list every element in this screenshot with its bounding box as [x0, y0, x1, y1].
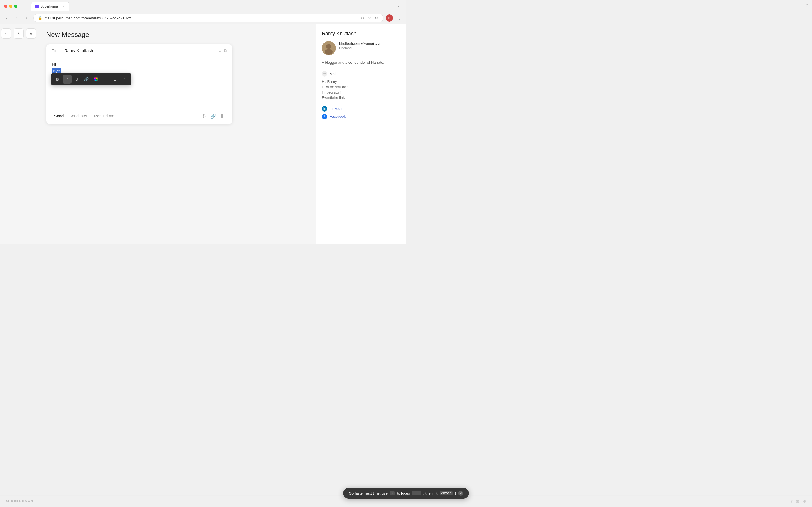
reload-button[interactable]: ↻ [23, 14, 31, 22]
linkedin-link[interactable]: LinkedIn [329, 107, 343, 111]
sidebar-up-button[interactable]: ∧ [13, 29, 24, 39]
link-button[interactable]: 🔗 [82, 75, 91, 83]
address-bar[interactable]: 🔒 mail.superhuman.com/thread/draft004757… [33, 14, 384, 22]
compose-card: To Ramy Khuffash ⌄ ⧉ Hi Bye B I U [46, 44, 232, 124]
linkedin-icon: in [322, 106, 327, 112]
tab-title: Superhuman [40, 4, 60, 8]
compose-to-actions: ⌄ ⧉ [218, 48, 227, 53]
contact-bio: A blogger and a co-founder of Narrato. [322, 60, 400, 65]
right-panel: ⊙ Ramy Khuffash khuffash.ramy@gmail.com … [316, 24, 406, 244]
mail-section-icon: ✉ [322, 71, 327, 76]
facebook-link[interactable]: Facebook [329, 114, 346, 119]
attach-link-button[interactable]: 🔗 [209, 112, 218, 121]
page-title: New Message [46, 31, 307, 39]
contact-name: Ramy Khuffash [322, 31, 400, 37]
send-later-button[interactable]: Send later [66, 113, 91, 119]
contact-email: khuffash.ramy@gmail.com [339, 41, 400, 45]
contact-location: England [339, 46, 400, 50]
sidebar-back-button[interactable]: ← [1, 29, 11, 39]
quote-button[interactable]: " [120, 75, 129, 83]
color-button[interactable] [91, 75, 100, 83]
mail-thread-list: Hi, Ramy How do you do? ffmpeg stuff Eve… [322, 79, 400, 100]
tab-close-button[interactable]: ✕ [61, 4, 65, 8]
delete-draft-button[interactable]: 🗑 [218, 112, 227, 121]
sidebar-nav: ← ∧ ∨ [1, 29, 36, 39]
underline-button[interactable]: U [72, 75, 81, 83]
mail-thread-item[interactable]: Eventbrite link [322, 95, 400, 100]
compose-hi-text: Hi [52, 62, 227, 66]
down-arrow-icon: ∨ [30, 31, 33, 36]
browser-chrome: S Superhuman ✕ + ⋮ ‹ › ↻ 🔒 mail.superhum… [0, 0, 406, 24]
address-bar-row: ‹ › ↻ 🔒 mail.superhuman.com/thread/draft… [0, 12, 406, 24]
template-button[interactable]: {} [200, 112, 209, 121]
copy-recipient-icon[interactable]: ⧉ [224, 48, 227, 53]
mail-section-header: ✉ Mail [322, 71, 400, 76]
ordered-list-icon: ≡ [104, 77, 107, 81]
compose-body[interactable]: Hi Bye B I U 🔗 ≡ [46, 57, 232, 108]
formatting-toolbar: B I U 🔗 ≡ ☰ [51, 73, 132, 86]
address-icons: ⊙ ☆ ⚙ [360, 15, 378, 20]
mail-section-label: Mail [329, 71, 336, 76]
ordered-list-button[interactable]: ≡ [101, 75, 110, 83]
close-window-button[interactable] [4, 4, 7, 8]
reader-mode-icon[interactable]: ⊙ [360, 15, 365, 20]
facebook-row: f Facebook [322, 113, 400, 121]
facebook-icon: f [322, 114, 327, 119]
up-arrow-icon: ∧ [17, 31, 20, 36]
bookmark-icon[interactable]: ☆ [367, 15, 372, 20]
italic-button[interactable]: I [63, 75, 71, 83]
color-picker-icon [94, 77, 98, 81]
expand-recipients-icon[interactable]: ⌄ [218, 48, 221, 53]
maximize-window-button[interactable] [14, 4, 17, 8]
contact-details: khuffash.ramy@gmail.com England [339, 41, 400, 50]
remind-me-button[interactable]: Remind me [91, 113, 118, 119]
profile-button[interactable]: R [386, 14, 393, 22]
mail-thread-item[interactable]: How do you do? [322, 84, 400, 90]
to-label: To [52, 48, 60, 53]
svg-point-1 [326, 44, 331, 49]
italic-icon: I [66, 77, 68, 81]
compose-footer: Send Send later Remind me {} 🔗 🗑 [46, 108, 232, 124]
avatar-image [322, 41, 336, 55]
back-arrow-icon: ← [4, 31, 8, 36]
link-attach-icon: 🔗 [210, 114, 216, 119]
social-section: in LinkedIn f Facebook [322, 105, 400, 121]
quote-icon: " [124, 77, 125, 81]
compose-recipient[interactable]: Ramy Khuffash [64, 48, 214, 53]
app-layout: ← ∧ ∨ New Message To Ramy Khuffash ⌄ ⧉ [0, 24, 406, 244]
sidebar-down-button[interactable]: ∨ [26, 29, 36, 39]
extensions-icon[interactable]: ⚙ [373, 15, 378, 20]
link-icon: 🔗 [84, 77, 89, 81]
new-tab-button[interactable]: + [70, 2, 78, 10]
svg-point-2 [325, 49, 333, 55]
contact-info-row: khuffash.ramy@gmail.com England [322, 41, 400, 55]
back-button[interactable]: ‹ [3, 14, 11, 22]
forward-button[interactable]: › [13, 14, 21, 22]
bold-button[interactable]: B [53, 75, 62, 83]
linkedin-row: in LinkedIn [322, 105, 400, 113]
active-tab[interactable]: S Superhuman ✕ [31, 2, 69, 11]
more-options-button[interactable]: ⋮ [395, 14, 403, 22]
title-bar: S Superhuman ✕ + ⋮ [0, 0, 406, 12]
mail-section: ✉ Mail Hi, Ramy How do you do? ffmpeg st… [322, 71, 400, 100]
main-content: New Message To Ramy Khuffash ⌄ ⧉ Hi Bye … [37, 24, 316, 244]
sidebar: ← ∧ ∨ [0, 24, 37, 244]
unordered-list-button[interactable]: ☰ [110, 75, 119, 83]
template-icon: {} [203, 114, 206, 119]
mail-icon: ✉ [323, 72, 326, 75]
compose-to-row: To Ramy Khuffash ⌄ ⧉ [46, 44, 232, 57]
window-controls: ⋮ [396, 4, 402, 9]
unordered-list-icon: ☰ [113, 77, 117, 81]
tab-favicon: S [35, 4, 39, 8]
url-text: mail.superhuman.com/thread/draft004757cd… [45, 16, 358, 20]
contact-avatar [322, 41, 336, 55]
traffic-lights [4, 4, 17, 8]
mail-thread-item[interactable]: Hi, Ramy [322, 79, 400, 84]
mail-thread-item[interactable]: ffmpeg stuff [322, 90, 400, 95]
minimize-window-button[interactable] [9, 4, 12, 8]
trash-icon: 🗑 [220, 114, 224, 119]
send-button[interactable]: Send [52, 113, 66, 119]
